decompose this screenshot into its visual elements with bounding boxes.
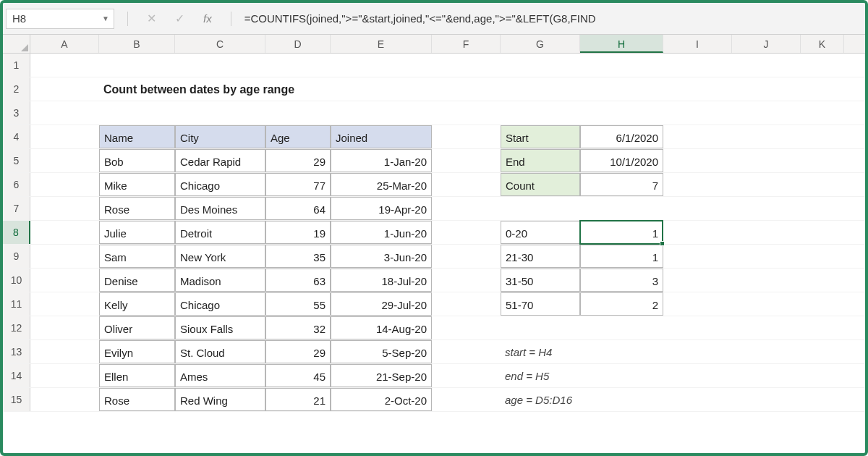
cell[interactable]: St. Cloud <box>175 340 265 363</box>
cell[interactable] <box>732 149 801 172</box>
cell[interactable]: 63 <box>265 269 331 292</box>
cell[interactable] <box>175 77 265 101</box>
cell[interactable] <box>663 316 732 339</box>
cell[interactable]: 21-Sep-20 <box>331 364 432 387</box>
cell[interactable] <box>580 101 663 124</box>
cell[interactable]: New York <box>175 245 265 268</box>
cell[interactable]: 19 <box>265 221 331 244</box>
row-header[interactable]: 6 <box>3 173 30 196</box>
cell[interactable]: Count <box>501 173 580 196</box>
cell[interactable] <box>580 316 663 339</box>
cell[interactable] <box>432 54 501 77</box>
cell[interactable]: 3-Jun-20 <box>331 245 432 268</box>
cell[interactable] <box>801 54 844 77</box>
cell[interactable]: 31-50 <box>501 269 580 292</box>
cell[interactable]: 7 <box>580 173 663 196</box>
cell[interactable] <box>732 101 801 124</box>
cell[interactable] <box>580 197 663 220</box>
cell[interactable]: 29-Jul-20 <box>331 292 432 316</box>
cell[interactable] <box>30 364 99 387</box>
cell[interactable] <box>663 173 732 196</box>
cell[interactable]: 21-30 <box>501 245 580 268</box>
row-header[interactable]: 9 <box>3 245 30 268</box>
cell[interactable]: Sioux Falls <box>175 316 265 339</box>
cell[interactable]: 2-Oct-20 <box>331 388 432 411</box>
row-header[interactable]: 2 <box>3 77 30 101</box>
cell[interactable] <box>801 292 844 316</box>
cell[interactable]: 1-Jan-20 <box>331 149 432 172</box>
cell[interactable]: Mike <box>99 173 175 196</box>
cell[interactable] <box>663 292 732 316</box>
cell[interactable] <box>801 125 844 148</box>
cell[interactable] <box>501 197 580 220</box>
col-header-I[interactable]: I <box>663 35 732 53</box>
cell[interactable]: age = D5:D16 <box>501 388 580 411</box>
cell[interactable] <box>580 54 663 77</box>
cell[interactable]: 2 <box>580 292 663 316</box>
row-header[interactable]: 5 <box>3 149 30 172</box>
cell[interactable] <box>432 388 501 411</box>
cell[interactable]: Julie <box>99 221 175 244</box>
cell[interactable] <box>663 149 732 172</box>
cell[interactable] <box>99 54 175 77</box>
cell[interactable]: 35 <box>265 245 331 268</box>
cell[interactable] <box>663 77 732 101</box>
row-header[interactable]: 10 <box>3 269 30 292</box>
cell[interactable] <box>30 197 99 220</box>
row-header[interactable]: 13 <box>3 340 30 363</box>
cell[interactable]: 32 <box>265 316 331 339</box>
cell[interactable]: Age <box>265 125 331 148</box>
cell[interactable]: 5-Sep-20 <box>331 340 432 363</box>
cell[interactable] <box>30 245 99 268</box>
cell[interactable] <box>732 221 801 244</box>
cell[interactable] <box>99 101 175 124</box>
cell[interactable]: 45 <box>265 364 331 387</box>
cell[interactable]: Kelly <box>99 292 175 316</box>
cell[interactable] <box>331 54 432 77</box>
cell[interactable]: 14-Aug-20 <box>331 316 432 339</box>
cell[interactable]: Red Wing <box>175 388 265 411</box>
cell[interactable] <box>801 173 844 196</box>
cell[interactable] <box>432 221 501 244</box>
cell[interactable]: 3 <box>580 269 663 292</box>
cell[interactable]: Ames <box>175 364 265 387</box>
cell[interactable]: start = H4 <box>501 340 580 363</box>
cell[interactable] <box>663 125 732 148</box>
cell[interactable]: 1-Jun-20 <box>331 221 432 244</box>
cell[interactable]: Sam <box>99 245 175 268</box>
cell[interactable] <box>432 197 501 220</box>
cell[interactable] <box>30 221 99 244</box>
cell[interactable] <box>265 54 331 77</box>
cell[interactable] <box>732 364 801 387</box>
cell[interactable]: 77 <box>265 173 331 196</box>
cell[interactable] <box>30 149 99 172</box>
cell[interactable] <box>801 364 844 387</box>
cell[interactable]: Madison <box>175 269 265 292</box>
cell[interactable] <box>663 197 732 220</box>
cell[interactable] <box>265 101 331 124</box>
select-all-corner[interactable] <box>3 35 30 53</box>
row-header[interactable]: 12 <box>3 316 30 339</box>
col-header-H[interactable]: H <box>580 35 663 53</box>
col-header-A[interactable]: A <box>30 35 99 53</box>
cell[interactable] <box>801 149 844 172</box>
cell[interactable] <box>801 77 844 101</box>
cell[interactable]: Des Moines <box>175 197 265 220</box>
cell[interactable] <box>801 221 844 244</box>
cell[interactable]: Ellen <box>99 364 175 387</box>
cell[interactable]: 29 <box>265 149 331 172</box>
cell[interactable] <box>265 77 331 101</box>
cell[interactable]: Count between dates by age range <box>99 77 175 101</box>
cell[interactable]: Evilyn <box>99 340 175 363</box>
cell[interactable] <box>732 340 801 363</box>
cell[interactable]: Joined <box>331 125 432 148</box>
cell[interactable]: 6/1/2020 <box>580 125 663 148</box>
row-header[interactable]: 14 <box>3 364 30 387</box>
cell[interactable]: End <box>501 149 580 172</box>
cell[interactable] <box>732 54 801 77</box>
cell[interactable]: 1 <box>580 221 663 244</box>
cell[interactable] <box>501 77 580 101</box>
cell[interactable] <box>432 101 501 124</box>
cell[interactable] <box>801 245 844 268</box>
cell[interactable] <box>732 77 801 101</box>
